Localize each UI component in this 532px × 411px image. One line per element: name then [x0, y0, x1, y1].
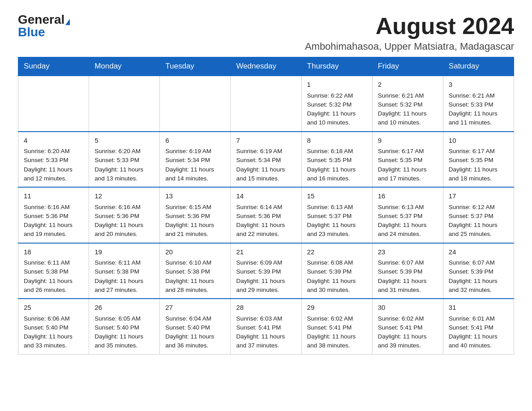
calendar-week-row: 25Sunrise: 6:06 AMSunset: 5:40 PMDayligh… [18, 299, 514, 354]
calendar-cell: 10Sunrise: 6:17 AMSunset: 5:35 PMDayligh… [443, 132, 514, 188]
daylight-text: Daylight: 11 hours and 32 minutes. [449, 277, 508, 295]
sunrise-text: Sunrise: 6:19 AM [165, 147, 225, 156]
calendar-cell: 31Sunrise: 6:01 AMSunset: 5:41 PMDayligh… [443, 299, 514, 354]
sunset-text: Sunset: 5:41 PM [236, 323, 296, 332]
day-number: 6 [165, 136, 225, 146]
day-number: 29 [307, 303, 367, 313]
sunrise-text: Sunrise: 6:20 AM [24, 147, 83, 156]
day-number: 10 [449, 136, 508, 146]
sunrise-text: Sunrise: 6:10 AM [165, 258, 225, 267]
sunset-text: Sunset: 5:39 PM [378, 267, 438, 276]
day-number: 31 [449, 303, 508, 313]
daylight-text: Daylight: 11 hours and 38 minutes. [307, 332, 367, 351]
sunrise-text: Sunrise: 6:12 AM [449, 203, 508, 212]
sunset-text: Sunset: 5:41 PM [307, 323, 367, 332]
daylight-text: Daylight: 11 hours and 36 minutes. [165, 332, 225, 351]
daylight-text: Daylight: 11 hours and 37 minutes. [236, 332, 296, 351]
sunrise-text: Sunrise: 6:06 AM [24, 314, 83, 323]
daylight-text: Daylight: 11 hours and 28 minutes. [165, 277, 225, 295]
sunset-text: Sunset: 5:39 PM [449, 267, 508, 276]
col-thursday: Thursday [301, 57, 372, 76]
calendar-cell [89, 76, 160, 132]
sunrise-text: Sunrise: 6:16 AM [94, 203, 154, 212]
sunset-text: Sunset: 5:36 PM [165, 212, 225, 221]
sunset-text: Sunset: 5:32 PM [307, 100, 367, 109]
calendar-cell: 8Sunrise: 6:18 AMSunset: 5:35 PMDaylight… [301, 132, 372, 188]
daylight-text: Daylight: 11 hours and 14 minutes. [165, 165, 225, 184]
col-wednesday: Wednesday [231, 57, 301, 76]
day-number: 9 [378, 136, 438, 146]
day-number: 15 [307, 191, 367, 201]
calendar-cell: 6Sunrise: 6:19 AMSunset: 5:34 PMDaylight… [160, 132, 231, 188]
logo-general-text: General [18, 13, 64, 26]
day-number: 2 [378, 80, 438, 90]
sunset-text: Sunset: 5:40 PM [165, 323, 225, 332]
sunrise-text: Sunrise: 6:02 AM [378, 314, 438, 323]
daylight-text: Daylight: 11 hours and 30 minutes. [307, 277, 367, 295]
day-number: 26 [94, 303, 154, 313]
daylight-text: Daylight: 11 hours and 18 minutes. [449, 165, 508, 184]
sunrise-text: Sunrise: 6:16 AM [24, 203, 83, 212]
daylight-text: Daylight: 11 hours and 31 minutes. [378, 277, 438, 295]
sunrise-text: Sunrise: 6:18 AM [307, 147, 367, 156]
daylight-text: Daylight: 11 hours and 27 minutes. [94, 277, 154, 295]
day-number: 14 [236, 191, 296, 201]
col-friday: Friday [372, 57, 443, 76]
sunset-text: Sunset: 5:40 PM [24, 323, 83, 332]
daylight-text: Daylight: 11 hours and 11 minutes. [449, 109, 508, 128]
sunrise-text: Sunrise: 6:13 AM [307, 203, 367, 212]
sunrise-text: Sunrise: 6:21 AM [378, 91, 438, 100]
sunset-text: Sunset: 5:41 PM [378, 323, 438, 332]
calendar-cell: 13Sunrise: 6:15 AMSunset: 5:36 PMDayligh… [160, 187, 231, 243]
sunset-text: Sunset: 5:38 PM [165, 267, 225, 276]
sunset-text: Sunset: 5:35 PM [449, 156, 508, 165]
calendar-cell: 2Sunrise: 6:21 AMSunset: 5:32 PMDaylight… [372, 76, 443, 132]
sunrise-text: Sunrise: 6:02 AM [307, 314, 367, 323]
logo-line2: Blue [18, 26, 45, 39]
day-number: 30 [378, 303, 438, 313]
sunrise-text: Sunrise: 6:22 AM [307, 91, 367, 100]
sunrise-text: Sunrise: 6:07 AM [378, 258, 438, 267]
sunset-text: Sunset: 5:37 PM [378, 212, 438, 221]
sunrise-text: Sunrise: 6:11 AM [94, 258, 154, 267]
calendar-cell: 3Sunrise: 6:21 AMSunset: 5:33 PMDaylight… [443, 76, 514, 132]
sunset-text: Sunset: 5:33 PM [24, 156, 83, 165]
calendar-cell [160, 76, 231, 132]
calendar-week-row: 11Sunrise: 6:16 AMSunset: 5:36 PMDayligh… [18, 187, 514, 243]
sunrise-text: Sunrise: 6:14 AM [236, 203, 296, 212]
sunset-text: Sunset: 5:36 PM [94, 212, 154, 221]
sunset-text: Sunset: 5:35 PM [378, 156, 438, 165]
calendar-cell: 14Sunrise: 6:14 AMSunset: 5:36 PMDayligh… [231, 187, 301, 243]
col-tuesday: Tuesday [160, 57, 231, 76]
logo: General Blue [18, 13, 70, 39]
calendar-cell: 23Sunrise: 6:07 AMSunset: 5:39 PMDayligh… [372, 243, 443, 299]
daylight-text: Daylight: 11 hours and 22 minutes. [236, 221, 296, 239]
sunset-text: Sunset: 5:33 PM [94, 156, 154, 165]
calendar-cell: 30Sunrise: 6:02 AMSunset: 5:41 PMDayligh… [372, 299, 443, 354]
daylight-text: Daylight: 11 hours and 17 minutes. [378, 165, 438, 184]
daylight-text: Daylight: 11 hours and 24 minutes. [378, 221, 438, 239]
sunset-text: Sunset: 5:39 PM [236, 267, 296, 276]
calendar-cell: 17Sunrise: 6:12 AMSunset: 5:37 PMDayligh… [443, 187, 514, 243]
sunrise-text: Sunrise: 6:09 AM [236, 258, 296, 267]
day-number: 16 [378, 191, 438, 201]
daylight-text: Daylight: 11 hours and 10 minutes. [378, 109, 438, 128]
calendar-week-row: 1Sunrise: 6:22 AMSunset: 5:32 PMDaylight… [18, 76, 514, 132]
sunset-text: Sunset: 5:37 PM [307, 212, 367, 221]
sunset-text: Sunset: 5:35 PM [307, 156, 367, 165]
calendar-cell: 5Sunrise: 6:20 AMSunset: 5:33 PMDaylight… [89, 132, 160, 188]
calendar-cell [231, 76, 301, 132]
daylight-text: Daylight: 11 hours and 39 minutes. [378, 332, 438, 351]
calendar-cell: 26Sunrise: 6:05 AMSunset: 5:40 PMDayligh… [89, 299, 160, 354]
calendar-cell: 19Sunrise: 6:11 AMSunset: 5:38 PMDayligh… [89, 243, 160, 299]
day-number: 4 [24, 136, 83, 146]
day-number: 25 [24, 303, 83, 313]
calendar-cell: 12Sunrise: 6:16 AMSunset: 5:36 PMDayligh… [89, 187, 160, 243]
day-number: 3 [449, 80, 508, 90]
sunrise-text: Sunrise: 6:15 AM [165, 203, 225, 212]
sunset-text: Sunset: 5:38 PM [94, 267, 154, 276]
sunset-text: Sunset: 5:39 PM [307, 267, 367, 276]
daylight-text: Daylight: 11 hours and 21 minutes. [165, 221, 225, 239]
sunset-text: Sunset: 5:36 PM [236, 212, 296, 221]
daylight-text: Daylight: 11 hours and 33 minutes. [24, 332, 83, 351]
